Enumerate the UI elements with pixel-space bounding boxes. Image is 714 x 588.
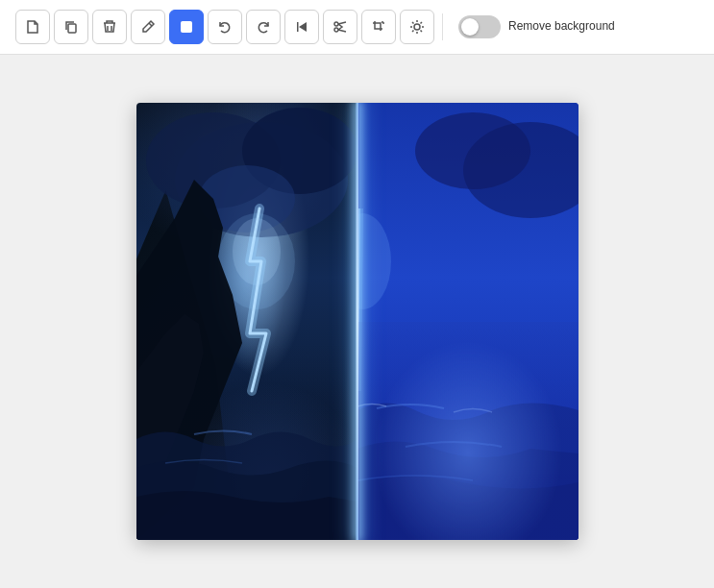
svg-rect-1 — [181, 21, 192, 33]
color-fill-button[interactable] — [169, 10, 204, 44]
image-left-half — [136, 103, 357, 540]
remove-background-label: Remove background — [508, 19, 615, 35]
image-container — [136, 103, 579, 540]
right-scene-svg — [357, 103, 579, 540]
edit-button[interactable] — [131, 10, 165, 44]
toolbar: Remove background — [0, 0, 714, 55]
svg-point-4 — [414, 24, 420, 30]
svg-point-2 — [334, 22, 338, 26]
lightning-svg — [136, 103, 357, 540]
new-file-button[interactable] — [15, 10, 50, 44]
toggle-slider — [458, 15, 501, 38]
trim-button[interactable] — [323, 10, 357, 44]
svg-rect-0 — [68, 24, 76, 33]
remove-background-section: Remove background — [458, 15, 615, 38]
split-divider-line — [356, 103, 358, 540]
redo-button[interactable] — [246, 10, 281, 44]
svg-point-3 — [334, 28, 338, 32]
toolbar-divider — [442, 13, 443, 40]
brightness-button[interactable] — [400, 10, 434, 44]
crop-button[interactable] — [361, 10, 396, 44]
image-right-half — [357, 103, 579, 540]
skip-back-button[interactable] — [284, 10, 319, 44]
delete-button[interactable] — [92, 10, 127, 44]
svg-point-15 — [415, 112, 530, 189]
undo-button[interactable] — [208, 10, 242, 44]
canvas-area — [0, 55, 714, 588]
duplicate-button[interactable] — [54, 10, 88, 44]
remove-background-toggle[interactable] — [458, 15, 501, 38]
